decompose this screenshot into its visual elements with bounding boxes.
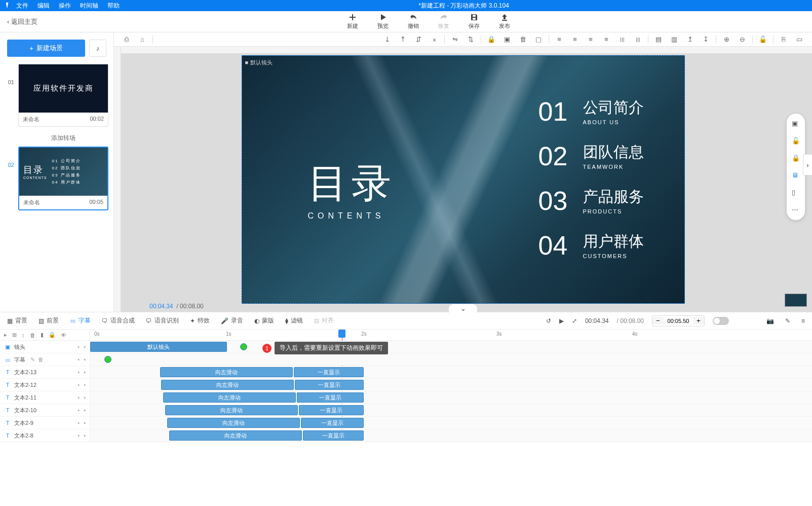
layer-down-icon[interactable]: ↧ — [698, 33, 713, 46]
align-left-icon[interactable]: ≡ — [552, 33, 567, 46]
menu-timeline[interactable]: 时间轴 — [80, 2, 98, 10]
row-body[interactable]: 向左滑动一直显示 — [90, 379, 812, 391]
stay-clip[interactable]: 一直显示 — [295, 380, 364, 390]
tab-mask[interactable]: ◐蒙版 — [254, 316, 274, 325]
zoom-value-input[interactable] — [664, 318, 693, 324]
tab-filter[interactable]: ⧫滤镜 — [285, 316, 303, 325]
tool-publish[interactable]: 发布 — [499, 13, 510, 30]
align-bottom-icon[interactable]: ⤓ — [379, 33, 395, 46]
row-body[interactable]: 默认镜头 1 导入后，需要重新设置下动画效果即可 — [90, 341, 812, 353]
tab-subtitle[interactable]: ㏄字幕 — [70, 316, 91, 325]
stay-clip[interactable]: 一直显示 — [303, 430, 364, 441]
marker-icon[interactable]: ▮ — [41, 332, 44, 338]
camera-clip[interactable]: 默认镜头 — [90, 342, 227, 352]
distribute-v-icon[interactable]: ⫼ — [630, 33, 645, 46]
row-body[interactable]: 向左滑动一直显示 — [90, 391, 812, 404]
stay-clip[interactable]: 一直显示 — [294, 367, 364, 377]
mini-preview[interactable] — [785, 294, 807, 307]
sort-icon[interactable]: ↕ — [22, 332, 25, 338]
stage[interactable]: ■默认镜头 目录 CONTENTS 01公司简介ABOUT US 02团队信息T… — [242, 55, 685, 304]
edit-icon[interactable]: ✎ — [785, 317, 790, 324]
scene-item-1[interactable]: 01 应用软件开发商 未命名00:02 — [5, 64, 108, 127]
row-body[interactable] — [90, 353, 812, 366]
lock-icon[interactable]: 🔒 — [484, 33, 499, 46]
music-button[interactable]: ♪ — [89, 40, 106, 57]
folder-icon[interactable]: ⊞ — [12, 332, 17, 338]
flip-h-icon[interactable]: ⇋ — [447, 33, 462, 46]
new-scene-button[interactable]: +新建场景 — [7, 40, 85, 57]
expand-panel-button[interactable]: › — [803, 154, 812, 175]
align-right-icon[interactable]: ≡ — [583, 33, 598, 46]
keyframe-icon[interactable] — [240, 343, 247, 350]
tool-save[interactable]: 保存 — [469, 13, 480, 30]
menu-action[interactable]: 操作 — [59, 2, 71, 10]
tab-effect[interactable]: ✦特效 — [190, 316, 210, 325]
fullscreen-icon[interactable]: ⤢ — [572, 317, 577, 324]
tool-preview[interactable]: 预览 — [377, 13, 389, 30]
mobile-view-icon[interactable]: ▯ — [792, 189, 800, 197]
scene-item-2[interactable]: 02 目录CONTENTS 01 公司简介02 团队信息03 产品服务04 用户… — [5, 147, 108, 210]
tool-undo[interactable]: 撤销 — [408, 13, 419, 30]
layer-front-icon[interactable]: ▤ — [651, 33, 666, 46]
align-vcenter-icon[interactable]: ⇵ — [411, 33, 426, 46]
anim-clip[interactable]: 向左滑动 — [160, 367, 293, 377]
align-top-icon[interactable]: ⤒ — [395, 33, 410, 46]
trash-icon[interactable]: 🗑 — [30, 332, 35, 338]
eye-icon[interactable]: 👁 — [61, 332, 66, 338]
tab-background[interactable]: ▦背景 — [7, 316, 27, 325]
tab-asr[interactable]: 🗩语音识别 — [146, 316, 179, 325]
more-icon[interactable]: ⋯ — [792, 206, 800, 214]
stay-clip[interactable]: 一直显示 — [301, 418, 364, 428]
tab-tts[interactable]: 🗨语音合成 — [102, 316, 135, 325]
align-baseline-icon[interactable]: ⌅ — [427, 33, 442, 46]
keyframe-icon[interactable] — [104, 356, 111, 363]
menu-file[interactable]: 文件 — [16, 2, 28, 10]
row-body[interactable]: 向左滑动一直显示 — [90, 366, 812, 378]
tool-new[interactable]: 新建 — [347, 13, 358, 30]
zoom-minus-button[interactable]: − — [652, 317, 664, 324]
trash-icon[interactable]: 🗑 — [38, 356, 44, 363]
layer-back-icon[interactable]: ▥ — [667, 33, 682, 46]
anim-clip[interactable]: 向左滑动 — [169, 430, 302, 441]
tab-record[interactable]: 🎤录音 — [221, 316, 243, 325]
unlocked-icon[interactable]: 🔓 — [792, 137, 800, 145]
anim-clip[interactable]: 向左滑动 — [167, 418, 300, 428]
tool-home-icon[interactable]: ⌂ — [135, 33, 150, 46]
screenshot-icon[interactable]: 📷 — [766, 317, 774, 324]
snap-toggle[interactable] — [713, 317, 729, 325]
copy-icon[interactable]: ⎘ — [776, 33, 791, 46]
row-body[interactable]: 向左滑动一直显示 — [90, 404, 812, 416]
locked-icon[interactable]: 🔒 — [792, 154, 800, 162]
canvas-area[interactable]: ■默认镜头 目录 CONTENTS 01公司简介ABOUT US 02团队信息T… — [114, 47, 812, 312]
add-transition-button[interactable]: 添加转场 — [18, 130, 108, 147]
desktop-view-icon[interactable]: 🖥 — [792, 171, 800, 179]
tab-align[interactable]: ⊟对齐 — [314, 316, 334, 325]
menu-edit[interactable]: 编辑 — [37, 2, 50, 10]
anim-clip[interactable]: 向左滑动 — [165, 405, 298, 415]
unlock-icon[interactable]: 🔓 — [755, 33, 770, 46]
crop-icon[interactable]: ▢ — [531, 33, 546, 46]
edit-icon[interactable]: ✎ — [30, 356, 35, 363]
align-justify-icon[interactable]: ≡ — [599, 33, 614, 46]
group-icon[interactable]: ▣ — [499, 33, 515, 46]
jump-start-icon[interactable]: ↺ — [546, 317, 551, 324]
menu-help[interactable]: 帮助 — [107, 2, 120, 10]
paste-icon[interactable]: ▭ — [792, 33, 807, 46]
stay-clip[interactable]: 一直显示 — [299, 405, 364, 415]
anim-clip[interactable]: 向左滑动 — [161, 380, 294, 390]
fit-screen-icon[interactable]: ▣ — [792, 120, 800, 128]
back-home-button[interactable]: ‹ 返回主页 — [0, 17, 45, 26]
zoom-plus-button[interactable]: + — [693, 317, 704, 324]
play-icon[interactable]: ▶ — [559, 317, 564, 324]
row-body[interactable]: 向左滑动一直显示 — [90, 417, 812, 429]
tool-export-icon[interactable]: ⎙ — [119, 33, 134, 46]
layer-up-icon[interactable]: ↥ — [682, 33, 698, 46]
flip-v-icon[interactable]: ⇅ — [463, 33, 478, 46]
align-center-icon[interactable]: ≡ — [567, 33, 583, 46]
collapse-panel-button[interactable]: ⌄ — [448, 304, 478, 313]
zoom-out-icon[interactable]: ⊖ — [734, 33, 750, 46]
playhead[interactable] — [338, 330, 345, 338]
zoom-in-icon[interactable]: ⊕ — [719, 33, 734, 46]
tab-foreground[interactable]: ▧前景 — [38, 316, 59, 325]
trash-icon[interactable]: 🗑 — [515, 33, 530, 46]
